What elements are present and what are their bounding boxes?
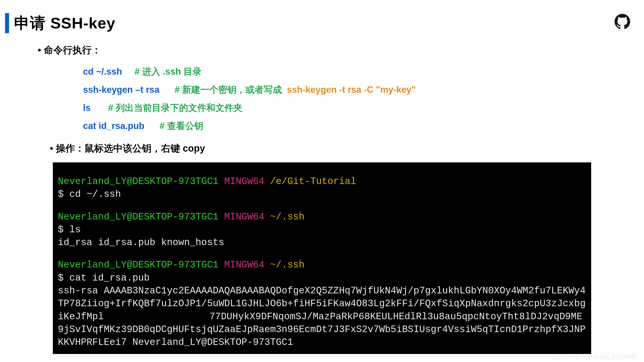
- slide-title-bar: 申请 SSH-key: [0, 0, 644, 39]
- term-prompt-2: Neverland_LY@DESKTOP-973TGC1 MINGW64 ~/.…: [58, 210, 586, 223]
- term-user: Neverland_LY@DESKTOP-973TGC1: [58, 259, 219, 270]
- cmd-comment: # 进入 .ssh 目录: [135, 66, 202, 77]
- term-env: MINGW64: [224, 176, 264, 187]
- term-cmd-cat: $ cat id_rsa.pub: [58, 272, 586, 284]
- bullet-operation: • 操作：鼠标选中该公钥，右键 copy: [50, 142, 644, 155]
- ssh-key-part-b: 77DUHykX9DFNqomSJ/MazPaRkP68KEULHEdlRl3u…: [58, 311, 586, 348]
- term-blank: [58, 201, 586, 210]
- terminal-output: Neverland_LY@DESKTOP-973TGC1 MINGW64 /e/…: [53, 162, 591, 354]
- term-env: MINGW64: [224, 259, 264, 270]
- bullet-exec: • 命令行执行：: [38, 44, 644, 57]
- term-cmd-ls: $ ls: [58, 223, 586, 236]
- watermark: https://blog.csdn.net/qq_31719188: [551, 353, 636, 360]
- cmd-row-cd: cd ~/.ssh # 进入 .ssh 目录: [83, 63, 644, 81]
- cmd-comment: # 列出当前目录下的文件和文件夹: [108, 103, 243, 113]
- title-accent: [5, 13, 9, 33]
- cmd-comment: # 新建一个密钥，或者写成: [175, 84, 282, 95]
- cmd-text: cd ~/.ssh: [83, 66, 122, 77]
- cmd-text: ssh-keygen –t rsa: [83, 84, 159, 95]
- github-icon: [615, 14, 630, 29]
- cmd-row-cat: cat id_rsa.pub # 查看公钥: [83, 117, 644, 135]
- term-env: MINGW64: [224, 211, 264, 222]
- cmd-text: cat id_rsa.pub: [83, 121, 144, 131]
- term-path: ~/.ssh: [270, 259, 305, 270]
- term-blank: [58, 249, 586, 258]
- term-user: Neverland_LY@DESKTOP-973TGC1: [58, 211, 219, 222]
- term-prompt-3: Neverland_LY@DESKTOP-973TGC1 MINGW64 ~/.…: [58, 258, 586, 271]
- cmd-comment: # 查看公钥: [159, 121, 203, 131]
- cmd-text: ls: [83, 103, 91, 113]
- cmd-row-ls: ls # 列出当前目录下的文件和文件夹: [83, 99, 644, 117]
- page-title: 申请 SSH-key: [14, 13, 115, 34]
- content-area: • 命令行执行： cd ~/.ssh # 进入 .ssh 目录 ssh-keyg…: [0, 44, 644, 354]
- term-path: /e/Git-Tutorial: [270, 176, 356, 187]
- cmd-alt: ssh-keygen -t rsa -C "my-key": [287, 84, 416, 95]
- term-key-output: ssh-rsa AAAAB3NzaC1yc2EAAAADAQABAAABAQDo…: [58, 284, 586, 349]
- term-path: ~/.ssh: [270, 211, 305, 222]
- term-user: Neverland_LY@DESKTOP-973TGC1: [58, 176, 219, 187]
- command-list: cd ~/.ssh # 进入 .ssh 目录 ssh-keygen –t rsa…: [38, 63, 644, 135]
- cmd-row-keygen: ssh-keygen –t rsa # 新建一个密钥，或者写成 ssh-keyg…: [83, 81, 644, 99]
- term-prompt-1: Neverland_LY@DESKTOP-973TGC1 MINGW64 /e/…: [58, 175, 586, 188]
- term-ls-result: id_rsa id_rsa.pub known_hosts: [58, 236, 586, 249]
- term-cmd-cd: $ cd ~/.ssh: [58, 188, 586, 201]
